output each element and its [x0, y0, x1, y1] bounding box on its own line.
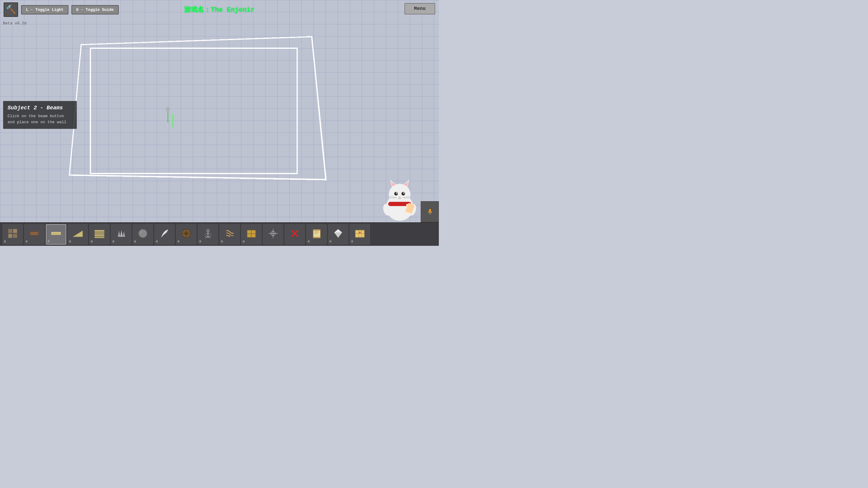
- delete-icon: [289, 228, 301, 241]
- toolbar-item-rope[interactable]: 0: [219, 224, 240, 245]
- planks-count: 0: [91, 240, 93, 243]
- svg-point-13: [399, 196, 401, 198]
- toolbar-item-scroll[interactable]: 0: [306, 224, 327, 245]
- log-count: 0: [26, 240, 28, 243]
- svg-rect-24: [13, 229, 17, 233]
- rope-icon: [224, 228, 236, 241]
- scroll-icon: [311, 228, 322, 241]
- spikes-icon: [116, 228, 127, 241]
- svg-point-64: [273, 233, 274, 234]
- tutorial-box: Subject 2 - Beams Click on the beam butt…: [3, 101, 77, 129]
- beam-count: 0: [48, 239, 50, 243]
- toggle-guide-button[interactable]: G - Toggle Guide: [71, 5, 119, 14]
- bottom-toolbar: 0 0 0 0: [0, 222, 439, 246]
- scroll-count: 0: [308, 240, 310, 243]
- wheel-icon: [181, 228, 192, 241]
- svg-rect-31: [51, 232, 61, 233]
- planks-icon: [94, 228, 105, 241]
- anchor-icon: [202, 228, 214, 241]
- svg-point-9: [394, 192, 398, 195]
- toolbar-item-floor[interactable]: 0: [2, 224, 23, 245]
- svg-point-79: [359, 232, 361, 233]
- crate-count: 0: [243, 240, 245, 243]
- svg-point-11: [396, 193, 397, 194]
- svg-marker-41: [123, 231, 125, 237]
- toolbar-item-crosshair[interactable]: [263, 224, 283, 245]
- floor-icon: [7, 228, 19, 241]
- svg-point-44: [140, 231, 143, 233]
- spikes-count: 0: [113, 240, 115, 243]
- tutorial-description: Click on the beam buttonand place one on…: [7, 113, 72, 125]
- svg-line-54: [205, 234, 208, 237]
- hammer-icon: 🔨: [4, 2, 18, 17]
- svg-rect-26: [13, 234, 17, 238]
- rope-count: 0: [221, 240, 223, 243]
- beam-icon: [50, 228, 62, 241]
- svg-rect-38: [95, 236, 104, 238]
- log-icon: [29, 228, 40, 241]
- svg-point-0: [166, 107, 170, 112]
- cat-mascot: [378, 174, 421, 222]
- stone-icon: [137, 228, 149, 241]
- toggle-light-button[interactable]: L - Toggle Light: [21, 5, 68, 14]
- gem-count: 0: [330, 240, 332, 243]
- toolbar-item-stone[interactable]: 0: [133, 224, 153, 245]
- svg-line-55: [208, 234, 211, 237]
- wheel-count: 0: [178, 240, 180, 243]
- top-bar: 🔨 L - Toggle Light G - Toggle Guide 游戏名：…: [0, 0, 439, 19]
- toolbar-item-wedge[interactable]: 0: [67, 224, 88, 245]
- map-count: 0: [351, 240, 353, 243]
- svg-marker-2: [167, 121, 169, 123]
- placement-indicator: [173, 114, 173, 127]
- crate-icon: [246, 228, 257, 241]
- toolbar-item-crate[interactable]: 0: [241, 224, 261, 245]
- svg-marker-39: [118, 231, 120, 237]
- wedge-icon: [72, 228, 84, 241]
- pen-count: 0: [156, 240, 158, 243]
- svg-point-10: [401, 192, 405, 195]
- toolbar-item-wheel[interactable]: 0: [176, 224, 196, 245]
- toolbar-item-pen[interactable]: 0: [154, 224, 175, 245]
- toolbar-item-spikes[interactable]: 0: [111, 224, 131, 245]
- toolbar-item-anchor[interactable]: 0: [198, 224, 218, 245]
- svg-rect-35: [95, 230, 104, 232]
- toolbar-item-log[interactable]: 0: [24, 224, 44, 245]
- svg-rect-25: [8, 234, 12, 238]
- svg-rect-37: [95, 234, 104, 236]
- svg-rect-72: [313, 237, 320, 238]
- floor-count: 0: [4, 240, 6, 243]
- toolbar-item-beam[interactable]: 0: [46, 224, 66, 245]
- gem-icon: [333, 228, 344, 241]
- svg-marker-74: [334, 229, 342, 233]
- cursor-pencil-icon: [164, 107, 170, 122]
- map-icon: [354, 228, 366, 241]
- svg-marker-40: [120, 230, 123, 237]
- wedge-count: 0: [69, 240, 71, 243]
- crosshair-icon: [267, 228, 279, 241]
- menu-button[interactable]: Menu: [404, 3, 435, 14]
- toolbar-item-gem[interactable]: 0: [328, 224, 348, 245]
- svg-point-51: [207, 230, 209, 232]
- stone-count: 0: [134, 240, 136, 243]
- svg-rect-36: [95, 232, 104, 234]
- game-title: 游戏名：The Enjenir: [184, 5, 254, 14]
- svg-point-12: [403, 193, 404, 194]
- pen-icon: [159, 228, 170, 241]
- toolbar-item-planks[interactable]: 0: [89, 224, 110, 245]
- toolbar-item-delete[interactable]: [284, 224, 305, 245]
- anchor-count: 0: [199, 240, 201, 243]
- version-label: Beta v0.2d: [3, 21, 27, 26]
- tutorial-title: Subject 2 - Beams: [7, 105, 72, 111]
- svg-rect-23: [8, 229, 12, 233]
- toolbar-item-map[interactable]: 0: [350, 224, 370, 245]
- svg-line-45: [161, 237, 161, 238]
- svg-rect-71: [313, 230, 320, 231]
- room-inner-wall: [90, 47, 298, 174]
- player-avatar: 🧍: [421, 201, 439, 222]
